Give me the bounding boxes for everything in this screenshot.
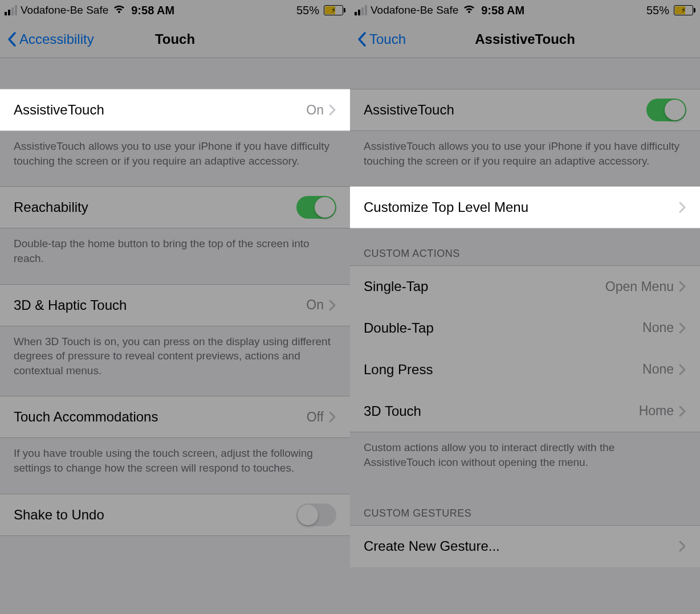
row-assistive-touch[interactable]: AssistiveTouch On bbox=[0, 89, 350, 131]
chevron-right-icon bbox=[328, 299, 336, 312]
chevron-right-icon bbox=[678, 322, 686, 334]
toggle-switch[interactable] bbox=[296, 196, 336, 219]
row-double-tap[interactable]: Double-Tap None bbox=[350, 307, 700, 349]
phone-left: Vodafone-Be Safe 9:58 AM 55% ⚡︎ Accessib… bbox=[0, 0, 350, 614]
row-3d-haptic-touch[interactable]: 3D & Haptic Touch On bbox=[0, 284, 350, 326]
row-label: Touch Accommodations bbox=[14, 409, 307, 425]
carrier-label: Vodafone-Be Safe bbox=[21, 4, 108, 17]
status-time: 9:58 AM bbox=[131, 4, 174, 17]
row-footer: Custom actions allow you to interact dir… bbox=[350, 432, 700, 488]
status-time: 9:58 AM bbox=[481, 4, 524, 17]
row-value: On bbox=[306, 297, 324, 313]
chevron-right-icon bbox=[328, 411, 336, 423]
row-value: None bbox=[642, 362, 674, 377]
signal-icon bbox=[5, 5, 17, 15]
wifi-icon bbox=[113, 4, 125, 17]
back-button[interactable]: Accessibility bbox=[7, 31, 94, 47]
nav-bar: Accessibility Touch bbox=[0, 21, 350, 58]
back-label: Touch bbox=[369, 31, 406, 47]
row-label: 3D & Haptic Touch bbox=[14, 297, 306, 313]
row-footer: AssistiveTouch allows you to use your iP… bbox=[0, 131, 350, 186]
row-label: Create New Gesture... bbox=[364, 538, 678, 554]
row-footer: If you have trouble using the touch scre… bbox=[0, 438, 350, 493]
row-value: On bbox=[306, 103, 324, 118]
back-button[interactable]: Touch bbox=[357, 31, 406, 47]
row-label: Long Press bbox=[364, 362, 642, 378]
toggle-switch[interactable] bbox=[646, 99, 686, 121]
section-header-custom-actions: CUSTOM ACTIONS bbox=[350, 228, 700, 265]
row-reachability[interactable]: Reachability bbox=[0, 186, 350, 228]
battery-percent: 55% bbox=[296, 4, 319, 17]
row-label: 3D Touch bbox=[364, 403, 639, 419]
signal-icon bbox=[355, 5, 367, 15]
row-label: Customize Top Level Menu bbox=[364, 199, 678, 215]
chevron-left-icon bbox=[357, 31, 367, 47]
row-value: Open Menu bbox=[605, 279, 674, 294]
chevron-right-icon bbox=[678, 201, 686, 214]
row-label: AssistiveTouch bbox=[364, 102, 646, 118]
wifi-icon bbox=[463, 4, 475, 17]
row-touch-accommodations[interactable]: Touch Accommodations Off bbox=[0, 396, 350, 438]
chevron-left-icon bbox=[7, 31, 17, 47]
settings-content: AssistiveTouch On AssistiveTouch allows … bbox=[0, 58, 350, 614]
status-bar: Vodafone-Be Safe 9:58 AM 55% ⚡︎ bbox=[0, 0, 350, 21]
battery-percent: 55% bbox=[646, 4, 669, 17]
nav-title: Touch bbox=[155, 31, 195, 47]
chevron-right-icon bbox=[328, 104, 336, 116]
row-footer: AssistiveTouch allows you to use your iP… bbox=[350, 131, 700, 186]
row-label: AssistiveTouch bbox=[14, 102, 306, 118]
toggle-switch[interactable] bbox=[296, 504, 336, 526]
row-label: Double-Tap bbox=[364, 320, 642, 336]
section-header-custom-gestures: CUSTOM GESTURES bbox=[350, 488, 700, 525]
nav-title: AssistiveTouch bbox=[475, 31, 575, 47]
row-footer: Double-tap the home button to bring the … bbox=[0, 228, 350, 284]
row-long-press[interactable]: Long Press None bbox=[350, 349, 700, 391]
back-label: Accessibility bbox=[19, 31, 94, 47]
chevron-right-icon bbox=[678, 280, 686, 293]
row-value: Home bbox=[639, 403, 674, 419]
battery-icon: ⚡︎ bbox=[323, 5, 345, 15]
row-customize-top-level-menu[interactable]: Customize Top Level Menu bbox=[350, 186, 700, 228]
row-label: Single-Tap bbox=[364, 279, 605, 294]
row-single-tap[interactable]: Single-Tap Open Menu bbox=[350, 265, 700, 308]
chevron-right-icon bbox=[678, 540, 686, 552]
phone-right: Vodafone-Be Safe 9:58 AM 55% ⚡︎ Touch As… bbox=[350, 0, 700, 614]
row-value: None bbox=[642, 320, 674, 335]
row-label: Shake to Undo bbox=[14, 507, 296, 523]
battery-icon: ⚡︎ bbox=[673, 5, 695, 15]
row-assistive-touch-toggle[interactable]: AssistiveTouch bbox=[350, 89, 700, 131]
row-shake-to-undo[interactable]: Shake to Undo bbox=[0, 494, 350, 536]
row-footer: When 3D Touch is on, you can press on th… bbox=[0, 326, 350, 396]
chevron-right-icon bbox=[678, 405, 686, 417]
row-label: Reachability bbox=[14, 199, 296, 215]
row-value: Off bbox=[307, 410, 324, 425]
nav-bar: Touch AssistiveTouch bbox=[350, 21, 700, 58]
row-create-new-gesture[interactable]: Create New Gesture... bbox=[350, 525, 700, 567]
status-bar: Vodafone-Be Safe 9:58 AM 55% ⚡︎ bbox=[350, 0, 700, 21]
chevron-right-icon bbox=[678, 363, 686, 376]
settings-content: AssistiveTouch AssistiveTouch allows you… bbox=[350, 58, 700, 614]
carrier-label: Vodafone-Be Safe bbox=[371, 4, 458, 17]
row-3d-touch[interactable]: 3D Touch Home bbox=[350, 390, 700, 432]
